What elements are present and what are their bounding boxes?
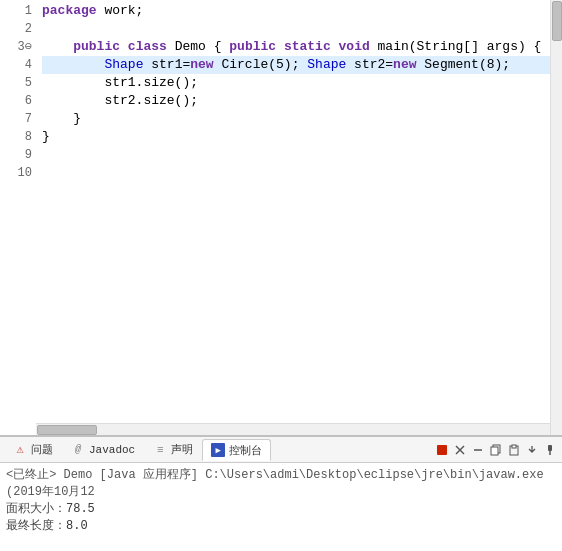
line-num-1: 1 bbox=[4, 2, 32, 20]
vertical-scrollbar[interactable] bbox=[550, 0, 562, 435]
line-numbers: 1 2 3⊖ 4 5 6 7 8 9 10 bbox=[0, 0, 36, 435]
length-label: 最终长度： bbox=[6, 519, 66, 533]
tab-javadoc-label: Javadoc bbox=[89, 444, 135, 456]
code-editor: 1 2 3⊖ 4 5 6 7 8 9 10 package work; publ… bbox=[0, 0, 562, 435]
console-line-area: 面积大小：78.5 bbox=[6, 501, 556, 518]
code-token: package bbox=[42, 2, 97, 20]
code-token: Segment(8); bbox=[417, 56, 511, 74]
code-token: main(String[] args) { bbox=[370, 38, 542, 56]
line-num-2: 2 bbox=[4, 20, 32, 38]
code-token: static bbox=[284, 38, 331, 56]
code-token: public bbox=[73, 38, 120, 56]
code-line-9 bbox=[42, 146, 562, 164]
length-value: 8.0 bbox=[66, 519, 88, 533]
code-line-8: } bbox=[42, 128, 562, 146]
code-token: new bbox=[190, 56, 213, 74]
console-icon: ▶ bbox=[211, 443, 225, 457]
code-token bbox=[276, 38, 284, 56]
console-terminated-line: <已终止> Demo [Java 应用程序] C:\Users\admi\Des… bbox=[6, 467, 556, 501]
code-token: str1= bbox=[143, 56, 190, 74]
tab-console[interactable]: ▶ 控制台 bbox=[202, 439, 271, 461]
line-num-9: 9 bbox=[4, 146, 32, 164]
code-line-2 bbox=[42, 20, 562, 38]
console-output: <已终止> Demo [Java 应用程序] C:\Users\admi\Des… bbox=[0, 463, 562, 551]
code-token: new bbox=[393, 56, 416, 74]
code-line-7: } bbox=[42, 110, 562, 128]
tab-javadoc[interactable]: @ Javadoc bbox=[62, 439, 144, 461]
horizontal-scrollbar[interactable] bbox=[36, 423, 550, 435]
tab-problems-label: 问题 bbox=[31, 442, 53, 457]
console-line-length: 最终长度：8.0 bbox=[6, 518, 556, 535]
code-token: public bbox=[229, 38, 276, 56]
code-token: str2.size(); bbox=[42, 92, 198, 110]
code-token: str2= bbox=[346, 56, 393, 74]
line-num-10: 10 bbox=[4, 164, 32, 182]
code-token: work; bbox=[97, 2, 144, 20]
code-line-4: Shape str1= new Circle(5); Shape str2= n… bbox=[42, 56, 562, 74]
code-token: } bbox=[42, 128, 50, 146]
area-value: 78.5 bbox=[66, 502, 95, 516]
code-token: str1.size(); bbox=[42, 74, 198, 92]
code-token: Shape bbox=[307, 56, 346, 74]
area-label: 面积大小： bbox=[6, 502, 66, 516]
code-token bbox=[42, 56, 104, 74]
code-token: Demo { bbox=[167, 38, 229, 56]
pin-button[interactable] bbox=[542, 442, 558, 458]
terminated-text: <已终止> Demo [Java 应用程序] C:\Users\admi\Des… bbox=[6, 468, 544, 499]
code-line-1: package work; bbox=[42, 2, 562, 20]
tab-problems[interactable]: ⚠ 问题 bbox=[4, 439, 62, 461]
decl-icon: ≡ bbox=[153, 443, 167, 457]
tab-declaration[interactable]: ≡ 声明 bbox=[144, 439, 202, 461]
scroll-lock-button[interactable] bbox=[524, 442, 540, 458]
remove-button[interactable] bbox=[452, 442, 468, 458]
svg-rect-7 bbox=[512, 445, 516, 448]
line-num-6: 6 bbox=[4, 92, 32, 110]
line-num-4: 4 bbox=[4, 56, 32, 74]
code-token bbox=[331, 38, 339, 56]
bottom-panel: ⚠ 问题 @ Javadoc ≡ 声明 ▶ 控制台 bbox=[0, 435, 562, 551]
svg-rect-5 bbox=[491, 447, 498, 455]
copy-button[interactable] bbox=[488, 442, 504, 458]
code-token: Shape bbox=[104, 56, 143, 74]
code-token: void bbox=[339, 38, 370, 56]
paste-button[interactable] bbox=[506, 442, 522, 458]
stop-button[interactable] bbox=[434, 442, 450, 458]
line-num-3: 3⊖ bbox=[4, 38, 32, 56]
code-line-10 bbox=[42, 164, 562, 182]
line-num-7: 7 bbox=[4, 110, 32, 128]
scrollbar-thumb-v[interactable] bbox=[552, 1, 562, 41]
code-token: Circle(5); bbox=[214, 56, 308, 74]
code-line-5: str1.size(); bbox=[42, 74, 562, 92]
tab-actions bbox=[434, 442, 558, 458]
close-console-button[interactable] bbox=[470, 442, 486, 458]
code-token bbox=[120, 38, 128, 56]
tab-declaration-label: 声明 bbox=[171, 442, 193, 457]
code-line-3: public class Demo { public static void m… bbox=[42, 38, 562, 56]
code-area: 1 2 3⊖ 4 5 6 7 8 9 10 package work; publ… bbox=[0, 0, 562, 435]
scrollbar-thumb-h[interactable] bbox=[37, 425, 97, 435]
tab-bar: ⚠ 问题 @ Javadoc ≡ 声明 ▶ 控制台 bbox=[0, 437, 562, 463]
warning-icon: ⚠ bbox=[13, 443, 27, 457]
code-token: class bbox=[128, 38, 167, 56]
code-token: } bbox=[42, 110, 81, 128]
javadoc-icon: @ bbox=[71, 443, 85, 457]
line-num-8: 8 bbox=[4, 128, 32, 146]
code-content[interactable]: package work; public class Demo { public… bbox=[36, 0, 562, 435]
svg-rect-8 bbox=[548, 445, 552, 451]
code-token bbox=[42, 38, 73, 56]
svg-rect-0 bbox=[437, 445, 447, 455]
tab-console-label: 控制台 bbox=[229, 443, 262, 458]
line-num-5: 5 bbox=[4, 74, 32, 92]
code-line-6: str2.size(); bbox=[42, 92, 562, 110]
